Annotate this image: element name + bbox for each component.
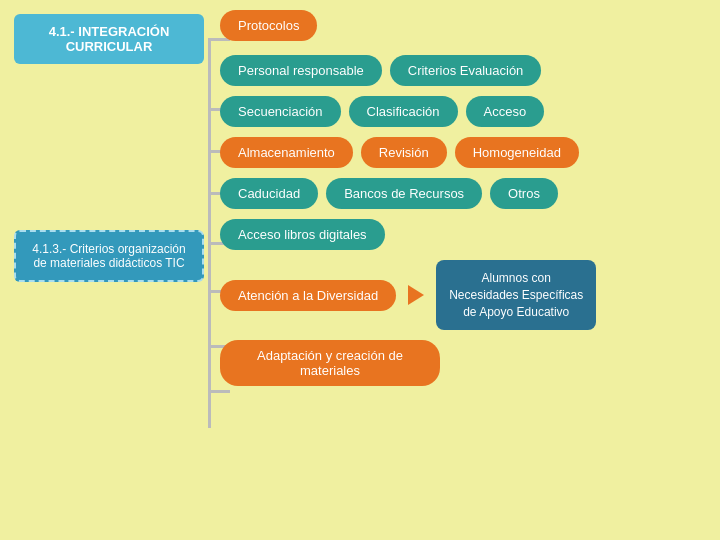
row-3: Almacenamiento Revisión Homogeneidad bbox=[220, 137, 710, 168]
node-criterios-evaluacion: Criterios Evaluación bbox=[390, 55, 542, 86]
vertical-connector bbox=[208, 38, 211, 428]
row-6: Atención a la Diversidad Alumnos con Nec… bbox=[220, 260, 710, 330]
row-protocolos: Protocolos bbox=[220, 10, 710, 41]
node-secuenciacion: Secuenciación bbox=[220, 96, 341, 127]
row-1: Personal responsable Criterios Evaluació… bbox=[220, 55, 710, 86]
node-almacenamiento: Almacenamiento bbox=[220, 137, 353, 168]
node-acceso-libros: Acceso libros digitales bbox=[220, 219, 385, 250]
node-atencion-diversidad: Atención a la Diversidad bbox=[220, 280, 396, 311]
bottom-left-title: 4.1.3.- Criterios organización de materi… bbox=[14, 230, 204, 282]
node-clasificacion: Clasificación bbox=[349, 96, 458, 127]
row-7: Adaptación y creación de materiales bbox=[220, 340, 710, 386]
node-alumnos-necesidades: Alumnos con Necesidades Específicas de A… bbox=[436, 260, 596, 330]
node-acceso: Acceso bbox=[466, 96, 545, 127]
row-4: Caducidad Bancos de Recursos Otros bbox=[220, 178, 710, 209]
node-bancos-recursos: Bancos de Recursos bbox=[326, 178, 482, 209]
row-5: Acceso libros digitales bbox=[220, 219, 710, 250]
node-caducidad: Caducidad bbox=[220, 178, 318, 209]
node-otros: Otros bbox=[490, 178, 558, 209]
node-homogeneidad: Homogeneidad bbox=[455, 137, 579, 168]
row-2: Secuenciación Clasificación Acceso bbox=[220, 96, 710, 127]
top-left-title: 4.1.- INTEGRACIÓN CURRICULAR bbox=[14, 14, 204, 64]
node-personal-responsable: Personal responsable bbox=[220, 55, 382, 86]
node-revision: Revisión bbox=[361, 137, 447, 168]
main-content: Protocolos Personal responsable Criterio… bbox=[220, 10, 710, 396]
node-protocolos: Protocolos bbox=[220, 10, 317, 41]
node-adaptacion: Adaptación y creación de materiales bbox=[220, 340, 440, 386]
arrow-icon bbox=[408, 285, 424, 305]
